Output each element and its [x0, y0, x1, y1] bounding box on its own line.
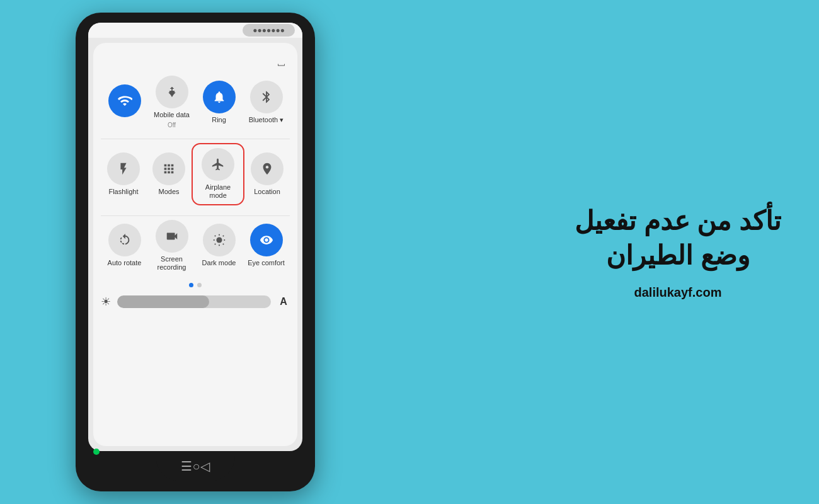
- svg-text:↕: ↕: [170, 89, 173, 95]
- svg-line-7: [222, 244, 223, 244]
- dot-1: [189, 283, 193, 287]
- wifi-icon-circle: [108, 84, 141, 117]
- brightness-icon: ☀: [101, 295, 111, 309]
- ring-label: Ring: [212, 116, 226, 124]
- brightness-fill: [117, 295, 209, 308]
- user-chip: ●●●●●●●: [243, 24, 295, 37]
- nav-home-button[interactable]: ○: [192, 459, 200, 474]
- phone-screen: ●●●●●●● ⎵: [88, 23, 302, 451]
- mobile-data-label: Mobile data: [154, 111, 190, 119]
- divider-2: [101, 215, 290, 216]
- website-label: dalilukayf.com: [575, 285, 781, 300]
- brightness-text-label: A: [277, 296, 290, 307]
- bluetooth-tile[interactable]: Bluetooth ▾: [244, 81, 289, 124]
- auto-rotate-label: Auto rotate: [108, 259, 142, 267]
- modes-tile[interactable]: Modes: [146, 152, 192, 196]
- nav-back-button[interactable]: ◁: [200, 459, 210, 474]
- dark-mode-label: Dark mode: [202, 259, 236, 267]
- screen-recording-icon-circle: [156, 220, 188, 253]
- location-label: Location: [254, 188, 280, 196]
- bluetooth-label: Bluetooth ▾: [249, 116, 284, 124]
- brightness-row: ☀ A: [101, 295, 290, 309]
- svg-line-6: [214, 236, 215, 236]
- notification-dot: [93, 449, 100, 455]
- mobile-data-tile[interactable]: ↕ Mobile data Off: [149, 76, 195, 129]
- arabic-line1: تأكد من عدم تفعيل: [575, 206, 781, 236]
- arabic-line2: وضع الطيران: [606, 241, 750, 270]
- eye-comfort-tile[interactable]: Eye comfort: [244, 224, 289, 267]
- quick-settings-panel: ⎵: [93, 43, 297, 446]
- dark-mode-icon-circle: [203, 224, 236, 256]
- location-tile[interactable]: Location: [244, 152, 290, 196]
- pagination-dots: [101, 283, 290, 287]
- bluetooth-icon-circle: [250, 81, 283, 113]
- arabic-text-area: تأكد من عدم تفعيل وضع الطيران dalilukayf…: [575, 204, 781, 300]
- edit-icon[interactable]: ⎵: [272, 53, 290, 71]
- dark-mode-tile[interactable]: Dark mode: [197, 224, 242, 267]
- mobile-data-sublabel: Off: [168, 122, 176, 129]
- status-bar: ●●●●●●●: [88, 23, 302, 38]
- auto-rotate-icon-circle: [108, 224, 141, 256]
- svg-line-9: [222, 236, 223, 236]
- ring-icon-circle: [203, 81, 236, 113]
- phone-nav-bar: ☰ ○ ◁: [156, 451, 234, 481]
- qs-row-2: Flashlight Modes: [101, 143, 290, 205]
- airplane-mode-label: Airplane mode: [199, 183, 237, 200]
- nav-menu-button[interactable]: ☰: [181, 459, 192, 474]
- auto-rotate-tile[interactable]: Auto rotate: [102, 224, 147, 267]
- mobile-data-icon-circle: ↕: [156, 76, 188, 108]
- qs-row-3: Auto rotate Screen recording: [101, 220, 290, 272]
- eye-comfort-icon-circle: [250, 224, 283, 256]
- brightness-track[interactable]: [117, 295, 271, 308]
- dot-2: [197, 283, 202, 287]
- arabic-heading: تأكد من عدم تفعيل وضع الطيران: [575, 204, 781, 273]
- divider-1: [101, 139, 290, 139]
- flashlight-tile[interactable]: Flashlight: [101, 152, 146, 196]
- qs-row-1: ↕ Mobile data Off Ring: [101, 76, 290, 129]
- svg-point-1: [216, 238, 222, 243]
- screen-recording-label: Screen recording: [158, 255, 186, 272]
- wifi-tile[interactable]: [102, 84, 147, 120]
- location-icon-circle: [251, 152, 284, 185]
- airplane-mode-tile[interactable]: Airplane mode: [192, 143, 244, 205]
- qs-topbar: ⎵: [101, 53, 290, 71]
- ring-tile[interactable]: Ring: [197, 81, 242, 124]
- phone-shell: ●●●●●●● ⎵: [76, 13, 315, 491]
- svg-line-8: [214, 244, 215, 244]
- screen-recording-tile[interactable]: Screen recording: [149, 220, 195, 272]
- modes-label: Modes: [158, 188, 179, 196]
- flashlight-label: Flashlight: [108, 188, 138, 196]
- airplane-mode-highlight-border: Airplane mode: [192, 143, 244, 205]
- modes-icon-circle: [152, 152, 185, 185]
- eye-comfort-label: Eye comfort: [248, 259, 285, 267]
- airplane-mode-icon-circle: [202, 148, 234, 181]
- flashlight-icon-circle: [107, 152, 140, 185]
